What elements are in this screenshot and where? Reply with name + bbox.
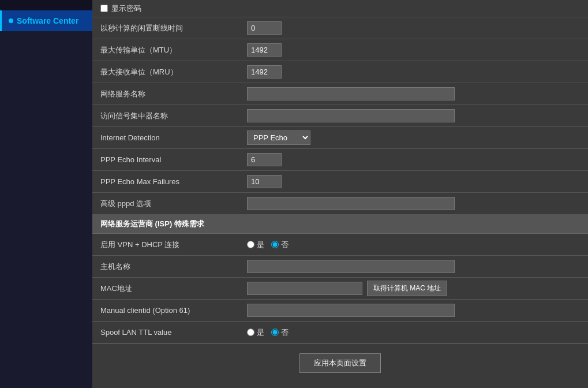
vpn-dhcp-row: 启用 VPN + DHCP 连接 是 否 xyxy=(92,234,588,256)
spoof-lan-ttl-yes-radio[interactable] xyxy=(247,329,254,336)
advanced-pppd-label: 高级 pppd 选项 xyxy=(92,195,242,212)
mru-row: 最大接收单位（MRU） xyxy=(92,61,588,83)
mac-label: MAC地址 xyxy=(92,280,242,297)
ppp-echo-interval-input[interactable] xyxy=(247,153,282,166)
idle-timeout-control xyxy=(242,19,588,37)
mru-label: 最大接收单位（MRU） xyxy=(92,64,242,81)
mtu-label: 最大传输单位（MTU） xyxy=(92,42,242,59)
advanced-pppd-input[interactable] xyxy=(247,197,455,210)
spoof-lan-ttl-no-radio[interactable] xyxy=(271,329,279,336)
spoof-lan-ttl-yes-label[interactable]: 是 xyxy=(247,327,264,338)
sidebar: Software Center xyxy=(0,0,92,388)
hostname-input[interactable] xyxy=(247,260,455,273)
vpn-dhcp-yes-label[interactable]: 是 xyxy=(247,240,264,250)
spoof-lan-ttl-label: Spoof LAN TTL value xyxy=(92,324,242,340)
advanced-pppd-row: 高级 pppd 选项 xyxy=(92,193,588,215)
hostname-row: 主机名称 xyxy=(92,256,588,278)
ppp-echo-interval-row: PPP Echo Interval xyxy=(92,149,588,171)
sidebar-dot-icon xyxy=(9,18,13,23)
show-password-label[interactable]: 显示密码 xyxy=(100,3,141,14)
concentrator-row: 访问信号集中器名称 xyxy=(92,105,588,127)
service-name-row: 网络服务名称 xyxy=(92,83,588,105)
ppp-echo-interval-control xyxy=(242,151,588,169)
mac-input[interactable] xyxy=(247,282,362,295)
advanced-pppd-control xyxy=(242,195,588,212)
mac-control: 取得计算机 MAC 地址 xyxy=(242,278,588,299)
vpn-dhcp-no-label[interactable]: 否 xyxy=(271,240,289,250)
hostname-control xyxy=(242,258,588,275)
mru-input[interactable] xyxy=(247,65,282,79)
idle-timeout-input[interactable] xyxy=(247,21,282,35)
vpn-dhcp-yes-radio[interactable] xyxy=(247,241,254,248)
mac-row-controls: 取得计算机 MAC 地址 xyxy=(247,281,583,296)
hostname-label: 主机名称 xyxy=(92,258,242,275)
mac-get-button[interactable]: 取得计算机 MAC 地址 xyxy=(367,281,447,296)
concentrator-control xyxy=(242,107,588,125)
service-name-input[interactable] xyxy=(247,87,455,100)
manual-clientid-row: Manual clientid (Option 61) xyxy=(92,300,588,322)
internet-detection-control: PPP Echo DNS Lookup Ping xyxy=(242,128,588,147)
apply-row: 应用本页面设置 xyxy=(92,344,588,382)
vpn-dhcp-control: 是 否 xyxy=(242,237,588,252)
main-content: 显示密码 以秒计算的闲置断线时间 最大传输单位（MTU） 最大接收单位（MRU）… xyxy=(92,0,588,388)
mtu-control xyxy=(242,41,588,59)
concentrator-input[interactable] xyxy=(247,109,455,122)
manual-clientid-control xyxy=(242,301,588,319)
isp-section-header: 网络服务运营商 (ISP) 特殊需求 xyxy=(92,215,588,234)
mtu-input[interactable] xyxy=(247,43,282,57)
spoof-lan-ttl-control: 是 否 xyxy=(242,325,588,340)
service-name-control xyxy=(242,85,588,103)
internet-detection-row: Internet Detection PPP Echo DNS Lookup P… xyxy=(92,127,588,149)
service-name-label: 网络服务名称 xyxy=(92,85,242,103)
ppp-echo-max-failures-input[interactable] xyxy=(247,175,282,188)
idle-timeout-label: 以秒计算的闲置断线时间 xyxy=(92,20,242,37)
spoof-lan-ttl-radio-group: 是 否 xyxy=(247,327,583,338)
internet-detection-label: Internet Detection xyxy=(92,130,242,146)
software-center-label: Software Center xyxy=(17,16,78,25)
ppp-echo-max-failures-control xyxy=(242,173,588,191)
internet-detection-select[interactable]: PPP Echo DNS Lookup Ping xyxy=(247,130,310,145)
show-password-row: 显示密码 xyxy=(92,0,588,17)
mac-row: MAC地址 取得计算机 MAC 地址 xyxy=(92,278,588,300)
vpn-dhcp-no-radio[interactable] xyxy=(271,241,279,248)
concentrator-label: 访问信号集中器名称 xyxy=(92,107,242,125)
ppp-echo-max-failures-row: PPP Echo Max Failures xyxy=(92,171,588,193)
ppp-echo-max-failures-label: PPP Echo Max Failures xyxy=(92,174,242,189)
apply-button[interactable]: 应用本页面设置 xyxy=(299,353,381,373)
ppp-echo-interval-label: PPP Echo Interval xyxy=(92,152,242,167)
manual-clientid-label: Manual clientid (Option 61) xyxy=(92,303,242,318)
show-password-checkbox[interactable] xyxy=(100,5,108,12)
vpn-dhcp-radio-group: 是 否 xyxy=(247,240,583,250)
mtu-row: 最大传输单位（MTU） xyxy=(92,39,588,61)
spoof-lan-ttl-no-label[interactable]: 否 xyxy=(271,327,289,338)
spoof-lan-ttl-row: Spoof LAN TTL value 是 否 xyxy=(92,322,588,344)
vpn-dhcp-label: 启用 VPN + DHCP 连接 xyxy=(92,236,242,253)
idle-timeout-row: 以秒计算的闲置断线时间 xyxy=(92,17,588,39)
manual-clientid-input[interactable] xyxy=(247,304,455,317)
sidebar-item-software-center[interactable]: Software Center xyxy=(0,10,92,31)
mru-control xyxy=(242,63,588,81)
sidebar-top xyxy=(0,0,92,10)
